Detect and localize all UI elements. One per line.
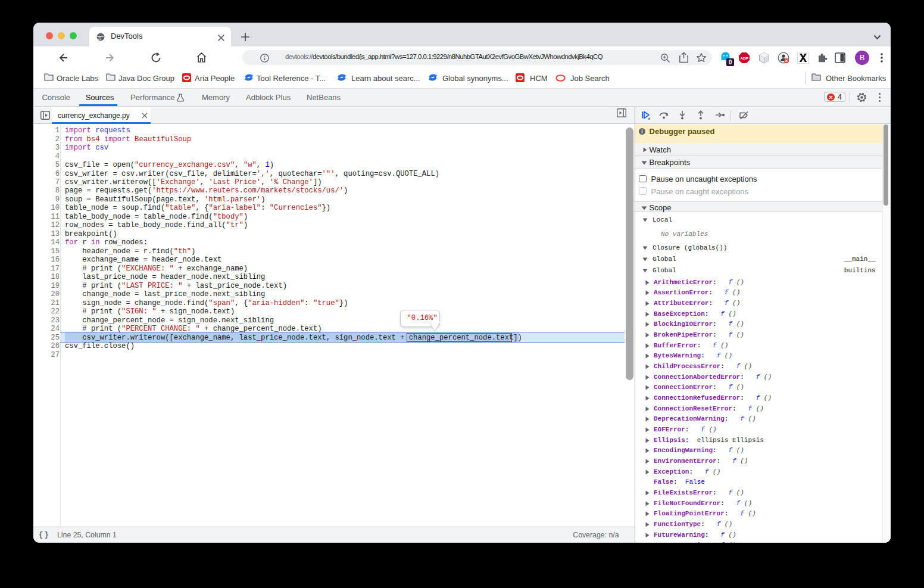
svg-text:ABP: ABP [740, 56, 748, 60]
